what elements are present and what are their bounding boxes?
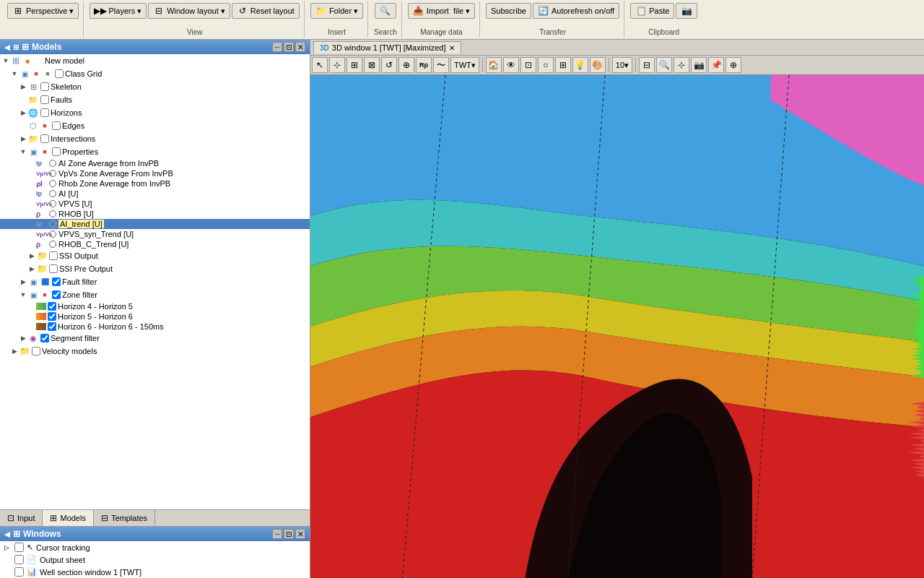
radio-ai-u[interactable]	[49, 190, 56, 197]
cb-ssi-output[interactable]	[49, 251, 58, 260]
tree-cb-edges[interactable]	[52, 121, 61, 130]
tool-pick[interactable]: ⊕	[398, 57, 414, 73]
tab-input[interactable]: ⊡ Input	[0, 510, 43, 526]
tab-templates[interactable]: ⊟ Templates	[94, 510, 155, 526]
tree-item-ssi-output[interactable]: ▶ 📁 SSI Output	[0, 249, 310, 262]
tree-cb-horizons[interactable]	[40, 108, 49, 117]
tree-item-edges[interactable]: ▶ ⬡ ■ Edges	[0, 119, 310, 132]
tree-item-intersections[interactable]: ▶ 📁 Intersections	[0, 132, 310, 145]
tree-item-vpvs-trend[interactable]: ▶ Vp/Vs VPVS_syn_Trend [U]	[0, 229, 310, 239]
tree-item-seg-filter[interactable]: ▶ ◉ Segment filter	[0, 332, 310, 345]
tool-cube[interactable]: ⊡	[520, 57, 536, 73]
tool-cam[interactable]: 📷	[691, 57, 707, 73]
e1l[interactable]: ▶	[19, 277, 27, 286]
radio-ai-zone[interactable]	[49, 160, 56, 167]
tool-layers[interactable]: ⊟	[639, 57, 655, 73]
tree-item-vpvs-zone[interactable]: ▶ Vp/Vs VpVs Zone Average From InvPB	[0, 168, 310, 178]
tree-item-properties[interactable]: ▼ ▣ ■ Properties	[0, 145, 310, 158]
autorefresh-btn[interactable]: 🔄 Autorefresh on/off	[533, 3, 619, 19]
tree-item-velocity[interactable]: ▶ 📁 Velocity models	[0, 345, 310, 358]
radio-vpvs-u[interactable]	[49, 200, 56, 207]
cb-h6-150[interactable]	[48, 322, 56, 331]
e1q[interactable]: ▶	[19, 334, 27, 342]
tree-item-ai-u[interactable]: ▶ Ip AI [U]	[0, 189, 310, 199]
players-btn[interactable]: ▶▶ Players ▾	[90, 3, 147, 19]
tree-item-horizons[interactable]: ▶ 🌐 Horizons	[0, 106, 310, 119]
e1k[interactable]: ▶	[27, 264, 36, 273]
well-cb[interactable]	[14, 567, 24, 577]
paste-btn[interactable]: 📋 Paste	[630, 3, 674, 19]
windows-close-btn[interactable]: ✕	[295, 529, 305, 539]
tool-more[interactable]: ⊕	[725, 57, 741, 73]
panel-float-btn[interactable]: ⊡	[284, 42, 294, 52]
tool-pin[interactable]: 📌	[708, 57, 724, 73]
cb-h5-h6[interactable]	[48, 312, 56, 321]
e1j[interactable]: ▶	[27, 251, 36, 260]
tool-rp1[interactable]: Rp	[416, 57, 432, 73]
windows-float-btn[interactable]: ⊡	[284, 529, 294, 539]
radio-rhob-trend[interactable]	[49, 241, 56, 248]
tree-cb-new-model[interactable]	[35, 56, 43, 65]
window-item-cursor[interactable]: ▷ ↖ Cursor tracking	[0, 541, 310, 553]
tree-item-h4-h5[interactable]: ▶ Horizon 4 - Horizon 5	[0, 301, 310, 311]
tree-cb-faults[interactable]	[40, 95, 49, 104]
tab-models[interactable]: ⊞ Models	[43, 510, 93, 526]
folder-btn[interactable]: 📁 Folder ▾	[310, 3, 363, 19]
panel-pin-btn[interactable]: ─	[272, 42, 282, 52]
import-btn[interactable]: 📥 Import file ▾	[408, 3, 475, 19]
reset-layout-btn[interactable]: ↺ Reset layout	[232, 3, 300, 19]
tree-expand-intersections[interactable]: ▶	[19, 134, 27, 143]
subscribe-btn[interactable]: Subscribe	[486, 3, 531, 19]
tool-rotate[interactable]: ↺	[381, 57, 397, 73]
tree-cb-properties[interactable]	[52, 147, 61, 156]
tool-color-map[interactable]: 🎨	[590, 57, 606, 73]
tool-sphere[interactable]: ○	[538, 57, 554, 73]
tool-select[interactable]: ⊹	[329, 57, 345, 73]
tree-expand-horizons[interactable]: ▶	[19, 108, 27, 117]
cb-ssi-pre[interactable]	[49, 264, 58, 273]
tree-item-faults[interactable]: ▶ 📁 Faults	[0, 93, 310, 106]
tool-home[interactable]: 🏠	[486, 57, 502, 73]
view-tab-3d[interactable]: 3D 3D window 1 [TWT] [Maximized] ✕	[313, 41, 461, 53]
window-layout-btn[interactable]: ⊟ Window layout ▾	[148, 3, 230, 19]
view-3d-close[interactable]: ✕	[449, 44, 455, 52]
window-item-output-sheet[interactable]: 📄 Output sheet	[0, 553, 310, 566]
screenshot-btn[interactable]: 📷	[676, 3, 697, 19]
cb-velocity[interactable]	[32, 347, 40, 355]
cb-zone-filter[interactable]	[52, 290, 61, 299]
tree-cb-intersections[interactable]	[40, 134, 49, 143]
radio-ai-trend[interactable]	[49, 220, 56, 228]
tree-item-rhob-zone[interactable]: ▶ ⍴I Rhob Zone Average from InvPB	[0, 178, 310, 189]
perspective-btn[interactable]: ⊞ Perspective ▾	[7, 3, 79, 19]
tree-item-ai-trend[interactable]: ▶ Ip AI_trend [U]	[0, 219, 310, 229]
windows-panel-collapse[interactable]: ◀	[4, 530, 10, 538]
tree-item-ai-zone[interactable]: ▶ Ip AI Zone Average from InvPB	[0, 158, 310, 168]
tree-expand-skeleton[interactable]: ▶	[19, 82, 27, 91]
radio-rhob-zone[interactable]	[49, 180, 56, 187]
tree-cb-class-grid[interactable]	[55, 69, 64, 78]
cb-h4-h5[interactable]	[48, 302, 56, 311]
radio-vpvs-zone[interactable]	[49, 170, 56, 177]
tool-grid3d[interactable]: ⊞	[555, 57, 571, 73]
tree-item-ssi-pre[interactable]: ▶ 📁 SSI Pre Output	[0, 262, 310, 275]
tool-arrow[interactable]: ↖	[312, 57, 328, 73]
tree-expand-properties[interactable]: ▼	[19, 147, 27, 156]
tree-item-vpvs-u[interactable]: ▶ Vp/Vs VPVS [U]	[0, 199, 310, 209]
models-panel-collapse-icon[interactable]: ◀	[4, 43, 10, 51]
tree-expand-class-grid[interactable]: ▼	[10, 69, 19, 78]
tree-item-skeleton[interactable]: ▶ ⊞ Skeleton	[0, 80, 310, 93]
radio-rhob-u[interactable]	[49, 210, 56, 217]
tree-cb-skeleton[interactable]	[40, 82, 49, 91]
tool-zoom-val[interactable]: 10 ▾	[612, 57, 632, 73]
tool-select2[interactable]: ⊹	[674, 57, 689, 73]
tool-move[interactable]: ⊞	[346, 57, 362, 73]
e1m[interactable]: ▼	[19, 290, 27, 299]
tool-eye[interactable]: 👁	[503, 57, 519, 73]
radio-vpvs-trend[interactable]	[49, 230, 56, 238]
tree-item-h5-h6[interactable]: ▶ Horizon 5 - Horizon 6	[0, 311, 310, 322]
output-cb[interactable]	[14, 555, 24, 564]
tree-expand-new-model[interactable]: ▼	[1, 56, 10, 65]
search-btn[interactable]: 🔍	[375, 3, 396, 19]
windows-pin-btn[interactable]: ─	[272, 529, 282, 539]
e1r[interactable]: ▶	[10, 347, 19, 355]
